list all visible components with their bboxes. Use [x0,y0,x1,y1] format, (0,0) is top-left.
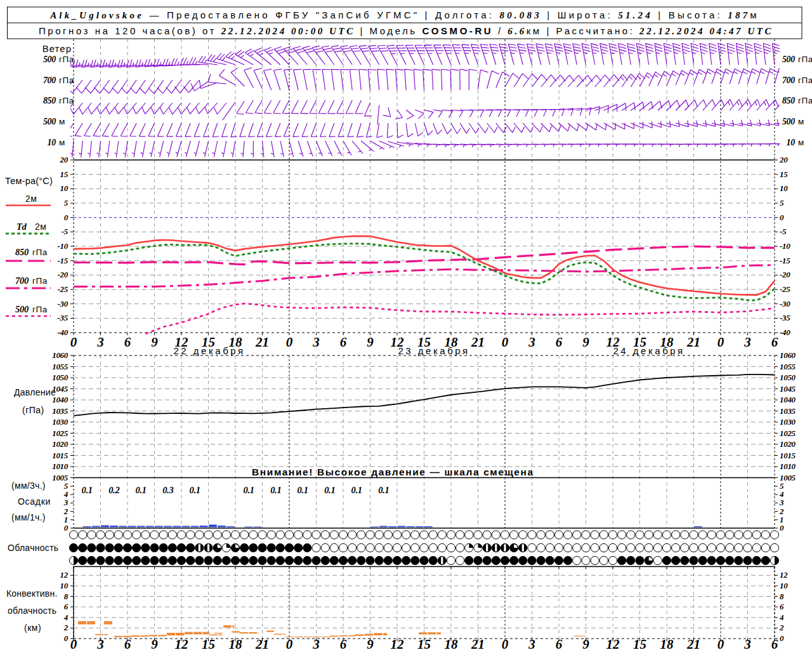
svg-text:0.2: 0.2 [108,485,119,495]
svg-text:Alk_Uglovskoe — Предоставлено: Alk_Uglovskoe — Предоставлено ФГБУ "ЗапС… [49,10,759,20]
svg-text:2м: 2м [35,222,46,232]
svg-text:4: 4 [779,613,784,622]
svg-text:12: 12 [60,570,69,580]
svg-text:6: 6 [64,602,69,611]
svg-text:-30: -30 [780,299,790,308]
svg-text:-5: -5 [62,227,69,236]
svg-text:0: 0 [70,637,77,650]
svg-text:-40: -40 [780,328,790,337]
svg-text:12: 12 [606,637,620,650]
svg-text:м: м [59,138,65,147]
svg-text:0: 0 [64,213,69,222]
svg-text:21: 21 [686,335,700,350]
svg-text:9: 9 [367,637,374,650]
svg-text:гПа: гПа [59,96,74,105]
svg-text:1030: 1030 [780,417,796,427]
svg-text:12: 12 [391,637,405,650]
svg-text:Td: Td [16,222,27,232]
svg-text:0.1: 0.1 [378,485,389,495]
svg-text:9: 9 [151,335,158,350]
svg-text:-35: -35 [58,313,69,322]
svg-text:3: 3 [743,637,751,650]
svg-text:0: 0 [717,335,724,350]
svg-text:2: 2 [63,623,69,632]
svg-text:850: 850 [15,247,29,257]
svg-text:1015: 1015 [780,451,796,460]
svg-text:облачность: облачность [8,606,56,616]
svg-text:500: 500 [43,117,56,126]
svg-text:500: 500 [43,55,56,64]
svg-text:гПа: гПа [59,76,74,85]
svg-text:-25: -25 [780,284,790,294]
svg-text:0.1: 0.1 [351,485,362,495]
svg-text:-20: -20 [780,270,790,279]
svg-text:1055: 1055 [780,362,796,371]
svg-text:3: 3 [779,498,784,507]
svg-text:1050: 1050 [780,373,796,382]
svg-text:1: 1 [780,515,783,524]
svg-text:12: 12 [780,570,788,580]
svg-text:4: 4 [63,613,69,622]
svg-text:0: 0 [780,523,784,533]
svg-text:15: 15 [417,637,431,650]
svg-text:21: 21 [471,637,485,650]
svg-text:10: 10 [780,581,788,590]
svg-text:10: 10 [48,138,56,147]
svg-text:гПа: гПа [32,276,48,286]
svg-text:6: 6 [556,637,563,650]
svg-text:500: 500 [782,117,795,126]
svg-text:9: 9 [367,335,374,350]
svg-text:6: 6 [771,335,778,350]
svg-text:700: 700 [43,76,56,85]
svg-text:1045: 1045 [780,384,796,394]
svg-text:3: 3 [528,637,535,650]
svg-text:8: 8 [64,592,69,601]
svg-text:3: 3 [528,335,535,350]
svg-text:м: м [59,117,65,126]
svg-text:18: 18 [660,637,674,650]
svg-text:21: 21 [686,637,700,650]
svg-text:18: 18 [229,637,243,650]
svg-text:700: 700 [15,275,29,286]
svg-text:Облачность: Облачность [8,543,58,553]
svg-text:-10: -10 [58,241,69,251]
svg-text:1035: 1035 [52,406,69,416]
svg-text:10: 10 [60,581,69,590]
svg-text:18: 18 [445,637,459,650]
svg-text:Тем-ра(°C): Тем-ра(°C) [5,176,53,186]
svg-text:10: 10 [780,183,788,193]
svg-text:-30: -30 [58,299,69,308]
svg-text:0.1: 0.1 [298,485,308,495]
svg-text:-40: -40 [58,328,69,337]
svg-text:гПа: гПа [32,305,48,314]
svg-text:(гПа): (гПа) [22,405,44,415]
svg-text:0: 0 [780,633,784,643]
svg-text:-20: -20 [58,270,69,279]
svg-text:2: 2 [779,507,784,516]
svg-text:1010: 1010 [780,461,796,471]
svg-text:-35: -35 [780,313,790,322]
svg-text:1010: 1010 [52,461,69,471]
svg-text:1040: 1040 [780,395,796,404]
svg-text:850: 850 [782,96,795,105]
svg-text:12: 12 [175,637,189,650]
svg-text:24 декабря: 24 декабря [613,345,684,356]
svg-text:1060: 1060 [780,350,796,360]
svg-text:15: 15 [633,637,646,650]
svg-text:Осадки: Осадки [18,496,51,507]
svg-text:4: 4 [779,489,784,499]
svg-text:-10: -10 [780,241,790,251]
svg-text:6: 6 [124,335,131,350]
svg-text:1035: 1035 [780,406,796,416]
svg-text:700: 700 [782,76,795,85]
svg-text:0: 0 [502,637,509,650]
svg-text:0: 0 [70,335,77,350]
svg-text:20: 20 [60,155,69,164]
svg-text:5: 5 [64,481,69,491]
svg-text:(км): (км) [24,623,41,633]
svg-text:гПа: гПа [798,55,812,64]
svg-text:0.1: 0.1 [270,485,281,495]
svg-text:3: 3 [743,335,751,350]
svg-text:15: 15 [60,169,69,179]
svg-text:21: 21 [255,335,269,350]
